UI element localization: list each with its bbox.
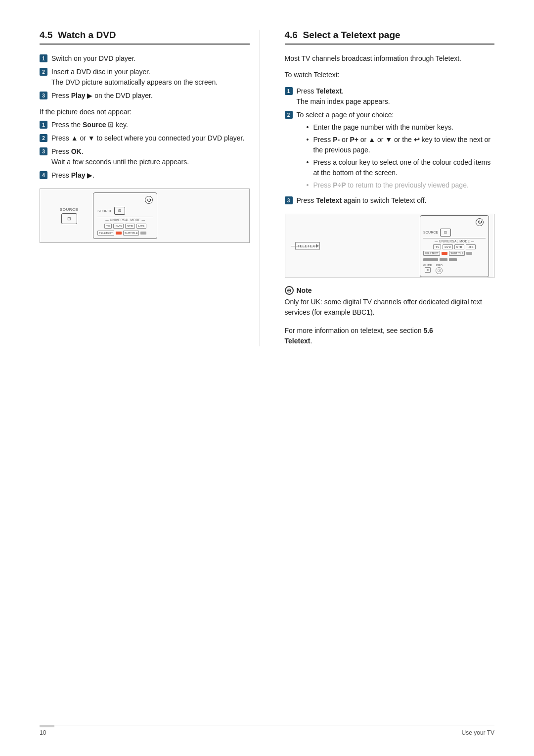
step-item: 2 Insert a DVD disc in your player. The … bbox=[40, 67, 250, 88]
step-item: 4 Press Play ▶. bbox=[40, 170, 250, 181]
step-item: 3 Press Play ▶ on the DVD player. bbox=[40, 91, 250, 101]
step-item: 2 Press ▲ or ▼ to select where you conne… bbox=[40, 133, 250, 143]
section-45: 4.5 Watch a DVD 1 Switch on your DVD pla… bbox=[40, 30, 260, 346]
note-icon: ⊖ bbox=[285, 286, 294, 295]
bullet-item: Enter the page number with the number ke… bbox=[307, 122, 495, 133]
bullet-item: Press P- or P+ or ▲ or ▼ or the ↩ key to… bbox=[307, 135, 495, 155]
if-steps-list: 1 Press the Source ⊡ key. 2 Press ▲ or ▼… bbox=[40, 120, 250, 181]
teletext-steps-list: 1 Press Teletext. The main index page ap… bbox=[285, 86, 495, 206]
note-title: ⊖ Note bbox=[285, 286, 495, 295]
step-item: 3 Press Teletext again to switch Teletex… bbox=[285, 195, 495, 206]
section-46-title: 4.6 Select a Teletext page bbox=[285, 30, 495, 45]
step-item: 1 Press the Source ⊡ key. bbox=[40, 120, 250, 130]
step-item: 1 Switch on your DVD player. bbox=[40, 53, 250, 64]
remote-panel-right-diagram: ⏻ SOURCE ⊡ — UNIVERSAL MODE — TV DVD STB… bbox=[420, 215, 489, 277]
bullet-item: Press P÷P to return to the previously vi… bbox=[307, 180, 495, 190]
remote-panel-diagram: ⏻ SOURCE ⊡ — UNIVERSAL MODE — TV DVD STB… bbox=[93, 192, 157, 239]
more-info-text: For more information on teletext, see se… bbox=[285, 326, 495, 346]
dvd-diagram: SOURCE ⊡ ⏻ SOURCE ⊡ — UNIVERSAL MODE — bbox=[40, 189, 250, 243]
intro-para-2: To watch Teletext: bbox=[285, 70, 495, 80]
footer-right: Use your TV bbox=[462, 729, 494, 736]
teletext-label-area: TELETEXT bbox=[290, 244, 319, 248]
step-item: 3 Press OK. Wait a few seconds until the… bbox=[40, 146, 250, 167]
teletext-diagram: TELETEXT ⏻ SOURCE ⊡ — UNIVERSAL MODE — bbox=[285, 214, 495, 278]
bullet-item: Press a colour key to select one of the … bbox=[307, 157, 495, 178]
section-46: 4.6 Select a Teletext page Most TV chann… bbox=[280, 30, 495, 346]
teletext-label-box: TELETEXT bbox=[295, 242, 320, 250]
note-text: Only for UK: some digital TV channels of… bbox=[285, 297, 495, 318]
step-item: 2 To select a page of your choice: Enter… bbox=[285, 110, 495, 192]
intro-para-1: Most TV channels broadcast information t… bbox=[285, 53, 495, 64]
step-item: 1 Press Teletext. The main index page ap… bbox=[285, 86, 495, 107]
page-choice-bullets: Enter the page number with the number ke… bbox=[307, 122, 495, 190]
source-key-diagram: SOURCE ⊡ bbox=[60, 207, 78, 224]
page-footer: 10 Use your TV bbox=[40, 725, 494, 736]
page-number: 10 bbox=[40, 729, 46, 736]
section-45-title: 4.5 Watch a DVD bbox=[40, 30, 250, 45]
if-picture-text: If the picture does not appear: bbox=[40, 108, 250, 116]
decorative-bar bbox=[40, 725, 54, 727]
main-steps-list: 1 Switch on your DVD player. 2 Insert a … bbox=[40, 53, 250, 101]
note-block: ⊖ Note Only for UK: some digital TV chan… bbox=[285, 286, 495, 318]
